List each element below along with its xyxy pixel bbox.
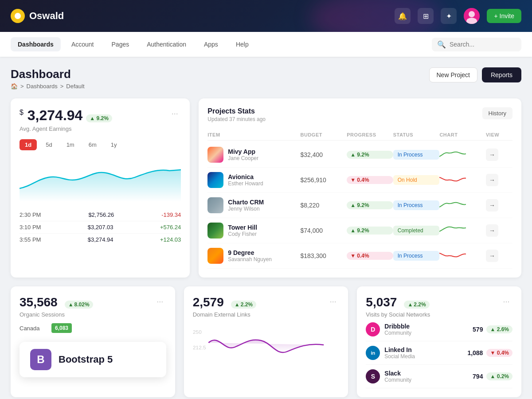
project-row-charto: Charto CRM Jenny Wilson $8,220 ▲ 9.2% In… bbox=[207, 193, 512, 218]
history-button[interactable]: History bbox=[482, 107, 512, 119]
slack-icon: S bbox=[366, 369, 380, 383]
breadcrumb: 🏠 > Dashboards > Default bbox=[11, 83, 85, 90]
social-networks-more[interactable]: ··· bbox=[500, 295, 512, 308]
bootstrap-icon: B bbox=[30, 349, 51, 370]
social-row-linkedin: in Linked In Social Media 1,088 ▼ 0.4% bbox=[366, 341, 512, 365]
svg-text:250: 250 bbox=[193, 330, 202, 335]
search-input[interactable] bbox=[450, 41, 516, 48]
organic-sessions-label: Organic Sessions bbox=[20, 311, 93, 318]
social-networks-card: 5,037 ▲ 2.2% Visits by Social Networks ·… bbox=[357, 286, 521, 397]
sparkline-red bbox=[439, 174, 486, 186]
page-actions: New Project Reports bbox=[429, 67, 522, 82]
social-row-slack: S Slack Community 794 ▲ 0.2% bbox=[366, 365, 512, 388]
nav-item-apps[interactable]: Apps bbox=[197, 37, 225, 51]
logo-icon bbox=[11, 9, 25, 23]
earnings-header: $ 3,274.94 ▲ 9.2% Avg. Agent Earnings ··… bbox=[20, 107, 181, 132]
status-badge-inprocess3: In Process bbox=[393, 251, 440, 261]
time-filters: 1d 5d 1m 6m 1y bbox=[20, 139, 181, 150]
page-header: Dashboard 🏠 > Dashboards > Default New P… bbox=[11, 67, 521, 90]
share-icon[interactable]: ✦ bbox=[441, 8, 457, 24]
project-row-tower: Tower Hill Cody Fisher $74,000 ▲ 9.2% Co… bbox=[207, 218, 512, 243]
logo-text: Oswald bbox=[29, 10, 64, 22]
page-content: Dashboard 🏠 > Dashboards > Default New P… bbox=[0, 57, 532, 399]
search-bar: 🔍 bbox=[432, 38, 521, 51]
svg-point-1 bbox=[469, 11, 475, 17]
project-arrow-tower[interactable]: → bbox=[486, 224, 498, 237]
display-icon[interactable]: ⊞ bbox=[418, 8, 434, 24]
filter-1m[interactable]: 1m bbox=[61, 139, 80, 150]
geo-row: Canada 6,083 bbox=[20, 323, 166, 333]
projects-header: Projects Stats Updated 37 minutes ago Hi… bbox=[207, 107, 512, 122]
earnings-badge: ▲ 9.2% bbox=[86, 114, 112, 122]
data-row: 3:55 PM $3,274.94 +124.03 bbox=[20, 233, 181, 246]
earnings-more-button[interactable]: ··· bbox=[168, 107, 181, 120]
project-row-avionica: Avionica Esther Howard $256,910 ▼ 0.4% O… bbox=[207, 168, 512, 193]
organic-sessions-more[interactable]: ··· bbox=[154, 295, 166, 308]
data-rows: 2:30 PM $2,756.26 -139.34 3:10 PM $3,207… bbox=[20, 209, 181, 246]
home-icon: 🏠 bbox=[11, 83, 18, 90]
organic-sessions-badge: ▲ 8.02% bbox=[65, 301, 93, 309]
filter-6m[interactable]: 6m bbox=[83, 139, 102, 150]
social-row-dribbble: D Dribbble Community 579 ▲ 2.6% bbox=[366, 318, 512, 341]
nav-item-authentication[interactable]: Authentication bbox=[140, 37, 193, 51]
data-row: 2:30 PM $2,756.26 -139.34 bbox=[20, 209, 181, 221]
table-header: ITEM BUDGET PROGRESS STATUS CHART VIEW bbox=[207, 129, 512, 141]
search-icon: 🔍 bbox=[437, 40, 446, 49]
earnings-amount: $ 3,274.94 bbox=[20, 107, 82, 124]
social-networks-badge: ▲ 2.2% bbox=[404, 301, 429, 309]
data-row: 3:10 PM $3,207.03 +576.24 bbox=[20, 221, 181, 233]
project-arrow-charto[interactable]: → bbox=[486, 199, 498, 211]
social-networks-value: 5,037 bbox=[366, 295, 397, 309]
page-title-area: Dashboard 🏠 > Dashboards > Default bbox=[11, 67, 85, 90]
filter-1d[interactable]: 1d bbox=[20, 139, 37, 150]
project-thumb-avionica bbox=[207, 172, 223, 188]
bootstrap-banner: B Bootstrap 5 bbox=[20, 342, 166, 377]
page-title: Dashboard bbox=[11, 67, 85, 81]
project-arrow-avionica[interactable]: → bbox=[486, 174, 498, 186]
nav-item-pages[interactable]: Pages bbox=[105, 37, 137, 51]
new-project-button[interactable]: New Project bbox=[429, 67, 477, 82]
project-row-mivy: Mivy App Jane Cooper $32,400 ▲ 9.2% In P… bbox=[207, 142, 512, 168]
svg-text:212.5: 212.5 bbox=[193, 345, 206, 350]
nav-item-help[interactable]: Help bbox=[229, 37, 256, 51]
nav-item-dashboards[interactable]: Dashboards bbox=[11, 37, 61, 51]
project-thumb-mivy bbox=[207, 147, 223, 163]
domain-links-chart: 250 212.5 bbox=[193, 325, 340, 371]
reports-button[interactable]: Reports bbox=[482, 67, 521, 82]
linkedin-icon: in bbox=[366, 346, 380, 360]
earnings-chart bbox=[20, 157, 181, 202]
status-badge-completed: Completed bbox=[393, 226, 440, 235]
domain-links-label: Domain External Links bbox=[193, 311, 256, 318]
project-arrow-9degree[interactable]: → bbox=[486, 250, 498, 262]
logo: Oswald bbox=[11, 9, 64, 23]
domain-links-badge: ▲ 2.2% bbox=[231, 301, 256, 309]
bootstrap-text: Bootstrap 5 bbox=[59, 354, 113, 365]
earnings-card: $ 3,274.94 ▲ 9.2% Avg. Agent Earnings ··… bbox=[11, 98, 190, 278]
project-row-9degree: 9 Degree Savannah Nguyen $183,300 ▼ 0.4%… bbox=[207, 243, 512, 269]
header-actions: 🔔 ⊞ ✦ + Invite bbox=[395, 8, 521, 24]
nav-item-account[interactable]: Account bbox=[64, 37, 101, 51]
canada-bar: 6,083 bbox=[51, 323, 72, 333]
dribbble-icon: D bbox=[366, 322, 380, 336]
status-badge-inprocess: In Process bbox=[393, 150, 440, 160]
organic-sessions-card: 35,568 ▲ 8.02% Organic Sessions ··· Cana… bbox=[11, 286, 175, 397]
nav-bar: Dashboards Account Pages Authentication … bbox=[0, 32, 532, 57]
domain-links-card: 2,579 ▲ 2.2% Domain External Links ··· bbox=[184, 286, 348, 397]
filter-1y[interactable]: 1y bbox=[106, 139, 122, 150]
projects-title: Projects Stats bbox=[207, 107, 266, 115]
notifications-icon[interactable]: 🔔 bbox=[395, 8, 411, 24]
avatar[interactable] bbox=[464, 8, 480, 24]
project-arrow-mivy[interactable]: → bbox=[486, 149, 498, 161]
project-thumb-tower bbox=[207, 223, 223, 239]
earnings-label: Avg. Agent Earnings bbox=[20, 125, 112, 132]
invite-button[interactable]: + Invite bbox=[487, 9, 521, 23]
sparkline-red2 bbox=[439, 250, 486, 262]
sparkline-green3 bbox=[439, 224, 486, 237]
sparkline-green2 bbox=[439, 199, 486, 211]
top-header: Oswald 🔔 ⊞ ✦ + Invite bbox=[0, 0, 532, 32]
projects-stats-card: Projects Stats Updated 37 minutes ago Hi… bbox=[199, 98, 521, 278]
projects-subtitle: Updated 37 minutes ago bbox=[207, 116, 266, 122]
organic-sessions-value: 35,568 bbox=[20, 295, 58, 309]
domain-links-more[interactable]: ··· bbox=[327, 295, 339, 308]
filter-5d[interactable]: 5d bbox=[40, 139, 57, 150]
